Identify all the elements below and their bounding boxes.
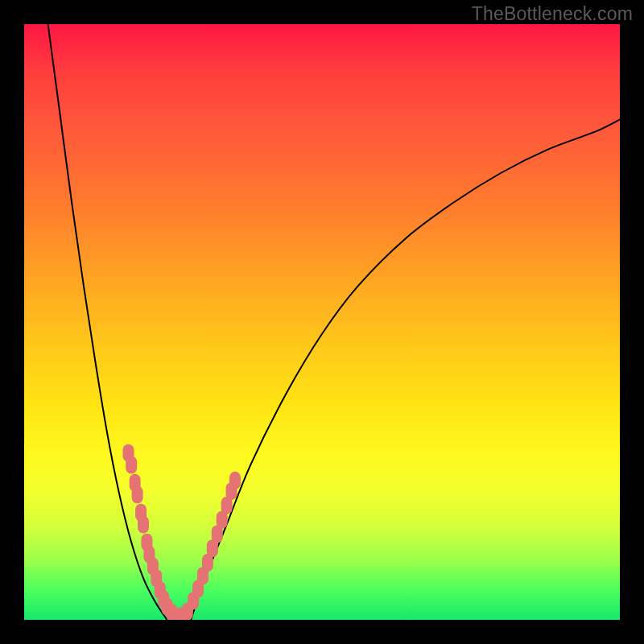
data-marker (138, 516, 149, 534)
watermark-text: TheBottleneck.com (472, 3, 633, 25)
plot-area (24, 24, 620, 620)
curve-left-branch (48, 24, 167, 620)
data-marker (229, 472, 241, 489)
data-marker (126, 456, 137, 474)
curve-right-branch (191, 119, 620, 620)
chart-svg (24, 24, 620, 620)
chart-frame: TheBottleneck.com (0, 0, 644, 644)
data-marker (132, 486, 143, 504)
